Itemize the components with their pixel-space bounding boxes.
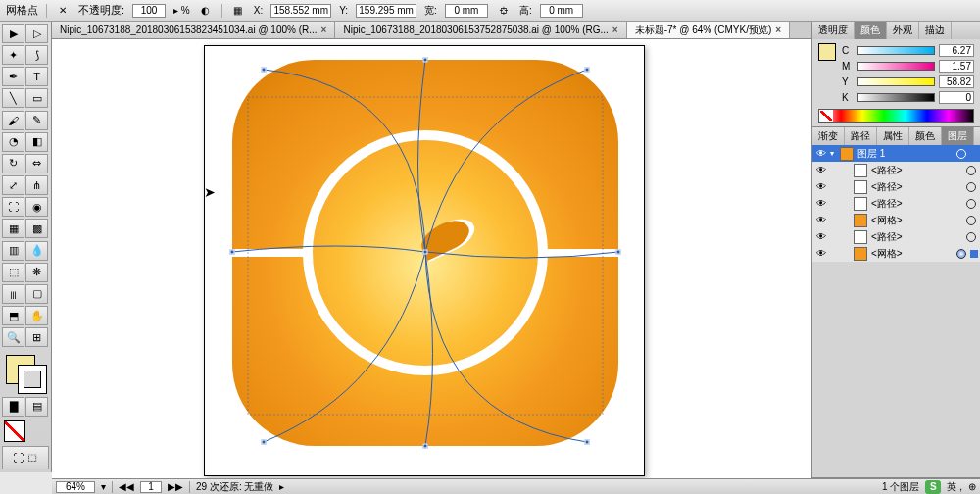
c-value[interactable]: 6.27 — [939, 44, 974, 57]
pencil-tool[interactable]: ✎ — [25, 111, 48, 130]
selection-tool[interactable]: ▶ — [2, 24, 24, 43]
artboard-input[interactable] — [140, 481, 162, 493]
rotate-tool[interactable]: ↻ — [2, 154, 24, 173]
m-slider[interactable] — [858, 62, 935, 71]
close-icon[interactable]: × — [775, 25, 781, 35]
y-input[interactable] — [356, 4, 416, 18]
target-icon[interactable] — [956, 249, 966, 259]
fill-stroke-swatch[interactable] — [2, 353, 49, 394]
artboard-nav-prev[interactable]: ◀◀ — [119, 481, 134, 492]
m-value[interactable]: 1.57 — [939, 60, 974, 73]
zoom-input[interactable] — [56, 481, 95, 493]
ime-lang[interactable]: 英 , — [947, 480, 962, 494]
visibility-icon[interactable]: 👁 — [814, 165, 828, 175]
layer-row[interactable]: 👁 <路径> — [812, 162, 980, 178]
column-graph-tool[interactable]: ⫼ — [2, 284, 24, 304]
visibility-icon[interactable]: 👁 — [814, 181, 828, 192]
tab-gradient[interactable]: 渐变 — [812, 127, 845, 145]
gradient-tool[interactable]: ▥ — [2, 241, 24, 261]
k-value[interactable]: 0 — [939, 91, 974, 104]
c-slider[interactable] — [858, 46, 935, 55]
fill-swatch[interactable] — [818, 43, 836, 61]
lasso-tool[interactable]: ⟆ — [25, 45, 48, 65]
layer-row[interactable]: 👁 <路径> — [812, 195, 980, 212]
screen-mode-icon[interactable]: ⛶ ⬚ — [2, 446, 49, 469]
reflect-tool[interactable]: ⇔ — [25, 154, 48, 173]
color-mode-icon[interactable]: ▇ — [2, 397, 24, 417]
perspective-tool[interactable]: ▦ — [2, 219, 24, 238]
visibility-icon[interactable]: 👁 — [814, 231, 828, 242]
close-icon[interactable]: × — [321, 25, 327, 35]
artboard-nav-next[interactable]: ▶▶ — [168, 481, 183, 492]
y-slider[interactable] — [858, 77, 935, 86]
line-tool[interactable]: ╲ — [2, 88, 24, 108]
opacity-stepper[interactable]: ▸ % — [173, 5, 190, 16]
target-icon[interactable] — [966, 166, 976, 175]
x-input[interactable] — [270, 4, 331, 18]
gradient-mode-icon[interactable]: ▤ — [25, 397, 48, 417]
tab-stroke[interactable]: 描边 — [919, 22, 952, 39]
tab-color[interactable]: 颜色 — [855, 22, 887, 39]
visibility-icon[interactable]: 👁 — [814, 248, 828, 259]
eraser-tool[interactable]: ◧ — [25, 132, 48, 152]
hand-tool[interactable]: ✋ — [25, 306, 48, 325]
type-tool[interactable]: T — [25, 67, 48, 86]
eyedropper-tool[interactable]: 💧 — [25, 241, 48, 261]
tab-doc-1[interactable]: Nipic_10673188_20180306153823451034.ai @… — [52, 22, 335, 38]
disclosure-icon[interactable]: ▾ — [830, 149, 838, 158]
free-transform-tool[interactable]: ⛶ — [2, 197, 24, 217]
slice-tool[interactable]: ⬒ — [2, 306, 24, 325]
h-input[interactable] — [540, 4, 583, 18]
layer-row[interactable]: 👁 <路径> — [812, 228, 980, 245]
paintbrush-tool[interactable]: 🖌 — [2, 111, 24, 130]
shape-builder-tool[interactable]: ◉ — [25, 197, 48, 217]
ime-icon[interactable]: S — [925, 480, 941, 494]
blend-tool[interactable]: ⬚ — [2, 263, 24, 282]
tab-layers[interactable]: 图层 — [942, 127, 974, 145]
visibility-icon[interactable]: 👁 — [814, 148, 828, 159]
y-value[interactable]: 58.82 — [939, 75, 974, 88]
status-menu-icon[interactable]: ▸ — [279, 481, 284, 492]
scale-tool[interactable]: ⤢ — [2, 175, 24, 195]
direct-selection-tool[interactable]: ▷ — [25, 24, 48, 43]
target-icon[interactable] — [956, 149, 966, 159]
tab-transparency[interactable]: 透明度 — [812, 22, 855, 39]
layer-row[interactable]: 👁 <网格> — [812, 245, 980, 262]
layer-row[interactable]: 👁 <网格> — [812, 212, 980, 228]
canvas[interactable]: ➤ — [52, 39, 811, 478]
tab-pathfinder[interactable]: 路径 — [845, 127, 877, 145]
convert-anchor-icon[interactable]: ✕ — [55, 3, 71, 19]
tab-swatches[interactable]: 颜色 — [909, 127, 942, 145]
visibility-icon[interactable]: 👁 — [814, 215, 828, 225]
layer-row[interactable]: 👁 ▾ 图层 1 — [812, 145, 980, 162]
print-tiling-tool[interactable]: ⊞ — [25, 327, 48, 347]
magic-wand-tool[interactable]: ✦ — [2, 45, 24, 65]
symbol-sprayer-tool[interactable]: ❋ — [25, 263, 48, 282]
target-icon[interactable] — [966, 232, 976, 242]
recolor-icon[interactable]: ◐ — [198, 3, 214, 19]
pen-tool[interactable]: ✒ — [2, 67, 24, 86]
target-icon[interactable] — [966, 199, 976, 209]
none-mode-icon[interactable] — [4, 420, 25, 442]
target-icon[interactable] — [966, 182, 976, 192]
rectangle-tool[interactable]: ▭ — [25, 88, 48, 108]
transform-icon[interactable]: ▦ — [230, 3, 246, 19]
zoom-stepper[interactable]: ▾ — [101, 481, 106, 492]
artboard-tool[interactable]: ▢ — [25, 284, 48, 304]
layer-row[interactable]: 👁 <路径> — [812, 178, 980, 195]
close-icon[interactable]: × — [612, 25, 618, 35]
tab-doc-3[interactable]: 未标题-7* @ 64% (CMYK/预览)× — [627, 22, 790, 38]
opacity-input[interactable] — [132, 4, 166, 18]
spectrum-bar[interactable] — [818, 109, 974, 123]
mesh-tool[interactable]: ▩ — [25, 219, 48, 238]
k-slider[interactable] — [858, 93, 935, 102]
width-tool[interactable]: ⋔ — [25, 175, 48, 195]
tab-attributes[interactable]: 属性 — [877, 127, 909, 145]
ime-options-icon[interactable]: ⊕ — [968, 481, 976, 492]
target-icon[interactable] — [966, 216, 976, 225]
tab-appearance[interactable]: 外观 — [887, 22, 919, 39]
tab-doc-2[interactable]: Nipic_10673188_20180306153752875038.ai @… — [335, 22, 626, 38]
visibility-icon[interactable]: 👁 — [814, 198, 828, 209]
zoom-tool[interactable]: 🔍 — [2, 327, 24, 347]
w-input[interactable] — [445, 4, 488, 18]
